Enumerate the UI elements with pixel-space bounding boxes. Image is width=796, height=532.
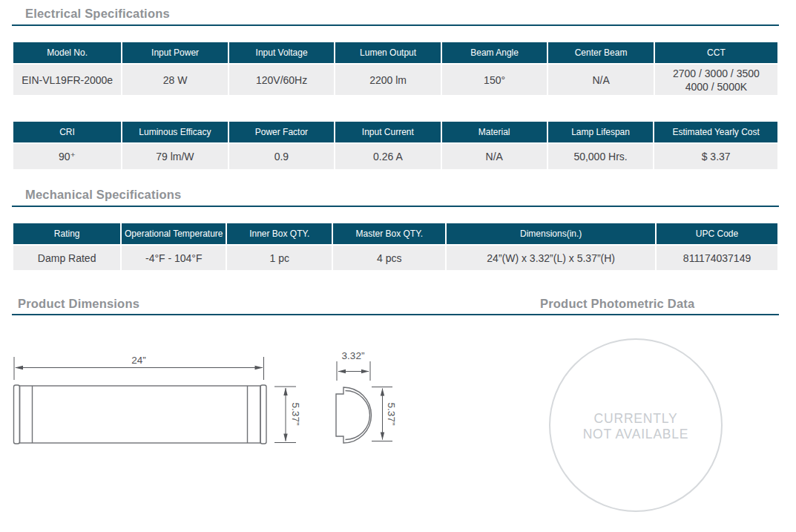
table-cell: 4 pcs (333, 246, 445, 270)
table-cell: 150° (442, 65, 547, 95)
table-header-row: CRI Luminous Efficacy Power Factor Input… (13, 122, 777, 142)
column-header: Beam Angle (442, 42, 547, 63)
front-width-label: 24” (116, 355, 161, 366)
table-header-row: Model No. Input Power Input Voltage Lume… (13, 42, 777, 63)
photometric-placeholder-circle: CURRENTLY NOT AVAILABLE (549, 338, 723, 512)
column-header: Input Power (122, 42, 227, 63)
table-cell: Damp Rated (13, 246, 120, 270)
table-cell: 2700 / 3000 / 3500 4000 / 5000K (655, 65, 777, 95)
front-height-label: 5.37” (290, 398, 300, 430)
mechanical-table: Rating Operational Temperature Inner Box… (12, 222, 779, 272)
column-header: Input Voltage (229, 42, 335, 63)
table-cell: 0.26 A (335, 144, 440, 169)
electrical-table-1: Model No. Input Power Input Voltage Lume… (12, 41, 779, 96)
product-photometric-data-title: Product Photometric Data (540, 297, 694, 310)
spec-sheet-page: Electrical Specifications Model No. Inpu… (0, 0, 796, 315)
table-cell: 0.9 (229, 144, 334, 169)
column-header: Dimensions(in.) (447, 223, 655, 244)
column-header: Model No. (13, 42, 121, 63)
table-cell: 120V/60Hz (229, 65, 335, 95)
column-header: Input Current (335, 122, 440, 142)
table-cell: 1 pc (227, 246, 332, 270)
arrowhead-up (283, 388, 287, 396)
table-cell: 50,000 Hrs. (548, 144, 654, 169)
electrical-table-2: CRI Luminous Efficacy Power Factor Input… (12, 120, 779, 171)
front-view-drawing (14, 385, 267, 444)
column-header: UPC Code (657, 223, 777, 244)
table-cell: 811174037149 (657, 246, 777, 270)
table-cell: 24”(W) x 3.32”(L) x 5.37”(H) (447, 246, 655, 270)
table-cell: 79 lm/W (122, 144, 228, 169)
arrowhead-right (255, 366, 263, 370)
side-width-label: 3.32” (331, 351, 375, 361)
mechanical-specifications-title: Mechanical Specifications (12, 188, 779, 201)
table-row: Damp Rated -4°F - 104°F 1 pc 4 pcs 24”(W… (13, 246, 777, 270)
side-height-label: 5.37” (386, 398, 396, 430)
figures-area: 24” 5.37” 3.32” 5.37” CURRENTLY NOT AVAI… (0, 315, 796, 532)
column-header: CCT (655, 42, 777, 63)
column-header: Power Factor (229, 122, 334, 142)
column-header: Luminous Efficacy (122, 122, 228, 142)
arrowhead-right (361, 370, 369, 373)
column-header: Lamp Lifespan (548, 122, 654, 142)
photometric-placeholder-line1: CURRENTLY (594, 411, 678, 427)
arrowhead-up (381, 388, 384, 396)
column-header: Operational Temperature (122, 223, 226, 244)
table-cell: 90⁺ (13, 144, 121, 169)
arrowhead-left (338, 370, 346, 373)
arrowhead-left (15, 366, 23, 370)
table-cell: N/A (548, 65, 654, 95)
column-header: Master Box QTY. (333, 223, 445, 244)
column-header: Estimated Yearly Cost (654, 122, 777, 142)
table-cell: N/A (442, 144, 547, 169)
column-header: Inner Box QTY. (227, 223, 332, 244)
column-header: Lumen Output (335, 42, 441, 63)
photometric-placeholder-line2: NOT AVAILABLE (583, 427, 689, 443)
section-divider (12, 24, 779, 26)
column-header: Material (442, 122, 547, 142)
column-header: Rating (13, 223, 120, 244)
table-cell: $ 3.37 (654, 144, 777, 169)
column-header: CRI (13, 122, 121, 142)
table-cell: 28 W (122, 65, 227, 95)
dimensions-photometric-heading-row: Product Dimensions Product Photometric D… (12, 297, 779, 315)
table-cell: 2200 lm (335, 65, 441, 95)
table-row: EIN-VL19FR-2000e 28 W 120V/60Hz 2200 lm … (13, 65, 777, 95)
table-cell: EIN-VL19FR-2000e (13, 65, 121, 95)
table-row: 90⁺ 79 lm/W 0.9 0.26 A N/A 50,000 Hrs. $… (13, 144, 777, 169)
section-divider (12, 206, 779, 207)
side-view-drawing (336, 387, 371, 443)
arrowhead-down (381, 433, 384, 441)
table-cell: -4°F - 104°F (122, 246, 226, 270)
column-header: Center Beam (548, 42, 654, 63)
table-header-row: Rating Operational Temperature Inner Box… (13, 223, 777, 244)
arrowhead-down (283, 434, 287, 442)
electrical-specifications-title: Electrical Specifications (12, 7, 779, 20)
